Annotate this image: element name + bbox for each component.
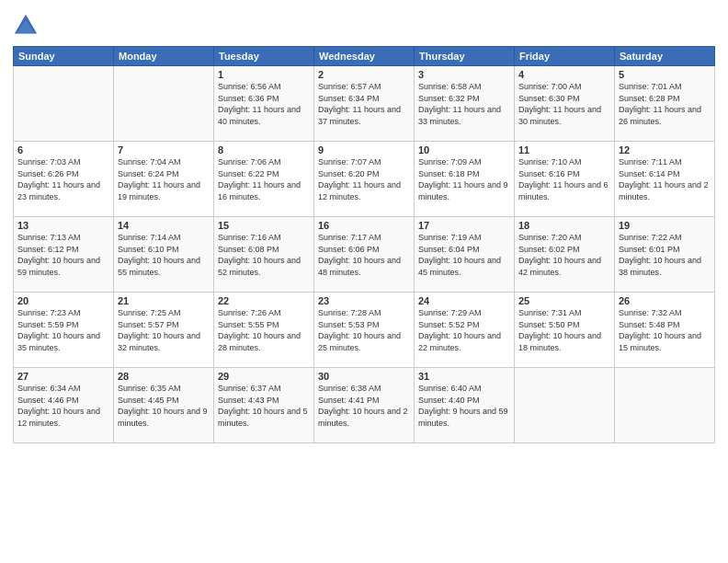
cell-content: Sunrise: 7:26 AMSunset: 5:55 PMDaylight:… [218,307,310,353]
day-cell: 22Sunrise: 7:26 AMSunset: 5:55 PMDayligh… [214,293,314,368]
day-cell: 16Sunrise: 7:17 AMSunset: 6:06 PMDayligh… [314,217,415,293]
logo [13,13,40,39]
calendar-table: SundayMondayTuesdayWednesdayThursdayFrid… [13,46,715,443]
day-cell: 25Sunrise: 7:31 AMSunset: 5:50 PMDayligh… [515,293,615,368]
day-number: 16 [318,220,410,231]
week-row-2: 6Sunrise: 7:03 AMSunset: 6:26 PMDaylight… [14,142,715,217]
cell-content: Sunrise: 7:03 AMSunset: 6:26 PMDaylight:… [17,156,109,202]
cell-content: Sunrise: 7:17 AMSunset: 6:06 PMDaylight:… [318,232,410,278]
day-cell: 9Sunrise: 7:07 AMSunset: 6:20 PMDaylight… [314,142,415,217]
day-cell: 19Sunrise: 7:22 AMSunset: 6:01 PMDayligh… [615,217,715,293]
cell-content: Sunrise: 6:38 AMSunset: 4:41 PMDaylight:… [318,383,410,429]
week-row-5: 27Sunrise: 6:34 AMSunset: 4:46 PMDayligh… [14,368,715,443]
week-row-1: 1Sunrise: 6:56 AMSunset: 6:36 PMDaylight… [14,66,715,142]
day-number: 13 [17,220,109,231]
cell-content: Sunrise: 7:04 AMSunset: 6:24 PMDaylight:… [118,156,210,202]
day-cell: 28Sunrise: 6:35 AMSunset: 4:45 PMDayligh… [114,368,214,443]
weekday-friday: Friday [515,47,615,66]
day-cell: 8Sunrise: 7:06 AMSunset: 6:22 PMDaylight… [214,142,314,217]
day-number: 9 [318,144,410,155]
cell-content: Sunrise: 7:28 AMSunset: 5:53 PMDaylight:… [318,307,410,353]
day-cell [615,368,715,443]
cell-content: Sunrise: 6:56 AMSunset: 6:36 PMDaylight:… [218,81,310,127]
cell-content: Sunrise: 6:57 AMSunset: 6:34 PMDaylight:… [318,81,410,127]
logo-icon [13,13,39,39]
cell-content: Sunrise: 7:14 AMSunset: 6:10 PMDaylight:… [118,232,210,278]
cell-content: Sunrise: 7:31 AMSunset: 5:50 PMDaylight:… [518,307,610,353]
cell-content: Sunrise: 7:23 AMSunset: 5:59 PMDaylight:… [17,307,109,353]
day-cell: 31Sunrise: 6:40 AMSunset: 4:40 PMDayligh… [415,368,515,443]
day-cell: 20Sunrise: 7:23 AMSunset: 5:59 PMDayligh… [14,293,114,368]
day-cell: 2Sunrise: 6:57 AMSunset: 6:34 PMDaylight… [314,66,415,142]
day-cell: 13Sunrise: 7:13 AMSunset: 6:12 PMDayligh… [14,217,114,293]
cell-content: Sunrise: 7:07 AMSunset: 6:20 PMDaylight:… [318,156,410,202]
day-number: 7 [118,144,210,155]
cell-content: Sunrise: 7:10 AMSunset: 6:16 PMDaylight:… [518,156,610,202]
cell-content: Sunrise: 7:22 AMSunset: 6:01 PMDaylight:… [619,232,711,278]
cell-content: Sunrise: 7:09 AMSunset: 6:18 PMDaylight:… [418,156,510,202]
day-cell: 7Sunrise: 7:04 AMSunset: 6:24 PMDaylight… [114,142,214,217]
day-cell: 4Sunrise: 7:00 AMSunset: 6:30 PMDaylight… [515,66,615,142]
day-cell [14,66,114,142]
week-row-4: 20Sunrise: 7:23 AMSunset: 5:59 PMDayligh… [14,293,715,368]
day-number: 10 [418,144,510,155]
day-number: 3 [418,69,510,80]
day-cell: 11Sunrise: 7:10 AMSunset: 6:16 PMDayligh… [515,142,615,217]
day-cell: 17Sunrise: 7:19 AMSunset: 6:04 PMDayligh… [415,217,515,293]
weekday-tuesday: Tuesday [214,47,314,66]
day-cell: 14Sunrise: 7:14 AMSunset: 6:10 PMDayligh… [114,217,214,293]
day-number: 19 [619,220,711,231]
header [13,9,715,39]
day-number: 4 [518,69,610,80]
day-number: 24 [418,295,510,306]
day-number: 23 [318,295,410,306]
day-number: 20 [17,295,109,306]
day-cell: 21Sunrise: 7:25 AMSunset: 5:57 PMDayligh… [114,293,214,368]
day-cell: 1Sunrise: 6:56 AMSunset: 6:36 PMDaylight… [214,66,314,142]
day-number: 5 [619,69,711,80]
day-number: 25 [518,295,610,306]
day-number: 1 [218,69,310,80]
cell-content: Sunrise: 6:34 AMSunset: 4:46 PMDaylight:… [17,383,109,429]
day-cell: 24Sunrise: 7:29 AMSunset: 5:52 PMDayligh… [415,293,515,368]
cell-content: Sunrise: 6:40 AMSunset: 4:40 PMDaylight:… [418,383,510,429]
day-cell: 27Sunrise: 6:34 AMSunset: 4:46 PMDayligh… [14,368,114,443]
cell-content: Sunrise: 7:11 AMSunset: 6:14 PMDaylight:… [619,156,711,202]
cell-content: Sunrise: 7:00 AMSunset: 6:30 PMDaylight:… [518,81,610,127]
day-cell: 5Sunrise: 7:01 AMSunset: 6:28 PMDaylight… [615,66,715,142]
cell-content: Sunrise: 7:06 AMSunset: 6:22 PMDaylight:… [218,156,310,202]
cell-content: Sunrise: 7:20 AMSunset: 6:02 PMDaylight:… [518,232,610,278]
day-number: 29 [218,371,310,382]
day-cell: 10Sunrise: 7:09 AMSunset: 6:18 PMDayligh… [415,142,515,217]
cell-content: Sunrise: 6:35 AMSunset: 4:45 PMDaylight:… [118,383,210,429]
weekday-saturday: Saturday [615,47,715,66]
day-number: 6 [17,144,109,155]
day-number: 17 [418,220,510,231]
day-number: 12 [619,144,711,155]
day-cell: 18Sunrise: 7:20 AMSunset: 6:02 PMDayligh… [515,217,615,293]
day-cell: 6Sunrise: 7:03 AMSunset: 6:26 PMDaylight… [14,142,114,217]
day-number: 22 [218,295,310,306]
day-number: 14 [118,220,210,231]
weekday-monday: Monday [114,47,214,66]
day-cell: 12Sunrise: 7:11 AMSunset: 6:14 PMDayligh… [615,142,715,217]
cell-content: Sunrise: 6:58 AMSunset: 6:32 PMDaylight:… [418,81,510,127]
day-cell: 3Sunrise: 6:58 AMSunset: 6:32 PMDaylight… [415,66,515,142]
cell-content: Sunrise: 6:37 AMSunset: 4:43 PMDaylight:… [218,383,310,429]
weekday-wednesday: Wednesday [314,47,415,66]
cell-content: Sunrise: 7:25 AMSunset: 5:57 PMDaylight:… [118,307,210,353]
weekday-sunday: Sunday [14,47,114,66]
day-number: 30 [318,371,410,382]
day-number: 2 [318,69,410,80]
day-number: 31 [418,371,510,382]
day-number: 26 [619,295,711,306]
week-row-3: 13Sunrise: 7:13 AMSunset: 6:12 PMDayligh… [14,217,715,293]
day-number: 8 [218,144,310,155]
day-number: 21 [118,295,210,306]
cell-content: Sunrise: 7:19 AMSunset: 6:04 PMDaylight:… [418,232,510,278]
weekday-thursday: Thursday [415,47,515,66]
day-cell [114,66,214,142]
day-number: 15 [218,220,310,231]
cell-content: Sunrise: 7:29 AMSunset: 5:52 PMDaylight:… [418,307,510,353]
cell-content: Sunrise: 7:13 AMSunset: 6:12 PMDaylight:… [17,232,109,278]
